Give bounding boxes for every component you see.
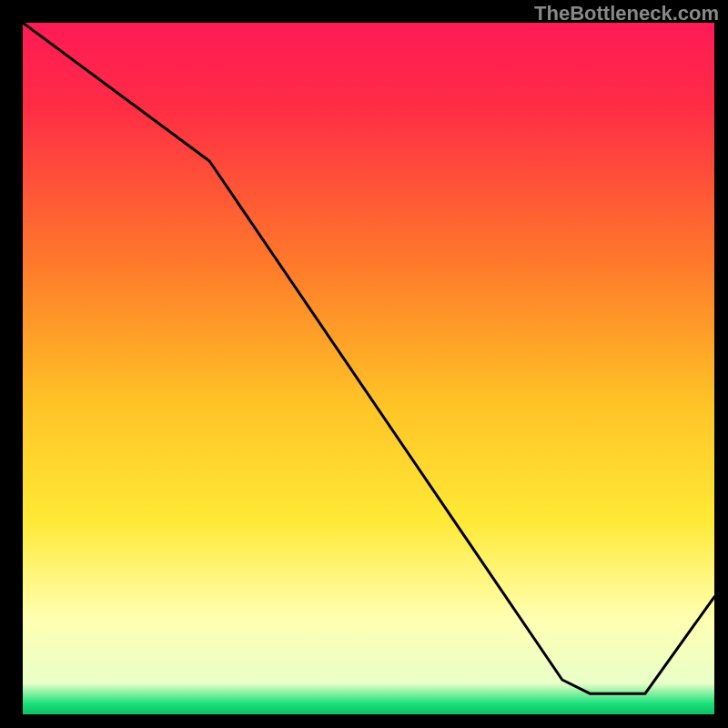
watermark-text: TheBottleneck.com bbox=[534, 2, 719, 25]
chart-frame: TheBottleneck.com bbox=[0, 0, 728, 728]
plot-area bbox=[23, 23, 714, 714]
data-line bbox=[23, 23, 714, 693]
line-layer bbox=[23, 23, 714, 714]
